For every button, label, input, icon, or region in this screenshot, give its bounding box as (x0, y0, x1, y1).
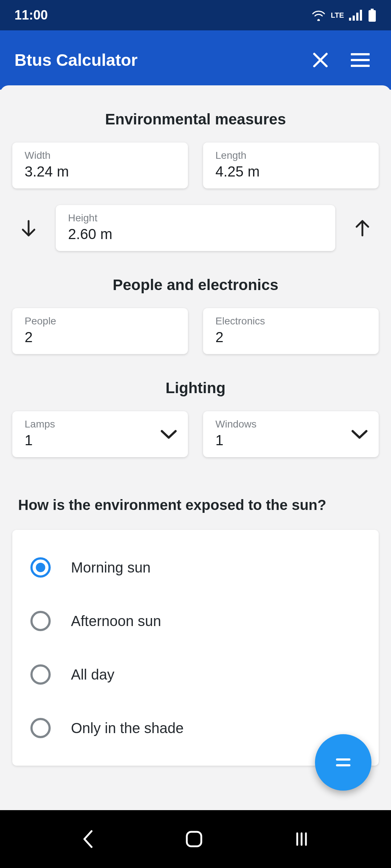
svg-rect-0 (349, 18, 351, 21)
width-field[interactable]: Width 3.24 m (12, 142, 188, 188)
height-field[interactable]: Height 2.60 m (56, 205, 335, 251)
arrow-up-icon (353, 219, 372, 238)
signal-icon (349, 10, 363, 21)
svg-rect-2 (356, 13, 358, 21)
increase-button[interactable] (346, 219, 379, 238)
hamburger-icon (351, 53, 370, 67)
sun-option-afternoon[interactable]: Afternoon sun (12, 594, 379, 648)
length-value: 4.25 m (215, 163, 366, 180)
sun-radio-group: Morning sun Afternoon sun All day Only i… (12, 530, 379, 766)
people-field[interactable]: People 2 (12, 308, 188, 354)
sun-question: How is the environment exposed to the su… (0, 497, 391, 513)
electronics-label: Electronics (215, 315, 366, 327)
wifi-icon (311, 9, 326, 21)
section-lighting-title: Lighting (0, 379, 391, 397)
chevron-down-icon (160, 429, 177, 440)
nav-recents-button[interactable] (293, 830, 310, 848)
section-env-title: Environmental measures (0, 111, 391, 128)
content: Environmental measures Width 3.24 m Leng… (0, 85, 391, 810)
status-time: 11:00 (14, 8, 48, 23)
radio-label: All day (71, 667, 114, 683)
home-icon (185, 830, 203, 848)
windows-value: 1 (215, 432, 366, 448)
chevron-down-icon (351, 429, 368, 440)
app-bar: Btus Calculator (0, 30, 391, 90)
back-icon (81, 829, 95, 849)
radio-button (30, 611, 51, 631)
length-field[interactable]: Length 4.25 m (203, 142, 379, 188)
section-people-title: People and electronics (0, 276, 391, 294)
close-icon (311, 51, 329, 69)
windows-select[interactable]: Windows 1 (203, 411, 379, 457)
radio-label: Only in the shade (71, 720, 184, 736)
sun-option-morning[interactable]: Morning sun (12, 541, 379, 594)
radio-label: Morning sun (71, 559, 151, 576)
height-value: 2.60 m (68, 226, 323, 242)
electronics-field[interactable]: Electronics 2 (203, 308, 379, 354)
svg-rect-1 (353, 16, 355, 21)
menu-button[interactable] (344, 44, 377, 76)
lamps-select[interactable]: Lamps 1 (12, 411, 188, 457)
radio-button (30, 664, 51, 685)
lamps-value: 1 (25, 432, 176, 448)
svg-rect-3 (360, 10, 362, 21)
nav-home-button[interactable] (185, 830, 203, 848)
status-bar: 11:00 LTE (0, 0, 391, 30)
people-label: People (25, 315, 176, 327)
recents-icon (293, 830, 310, 848)
electronics-value: 2 (215, 329, 366, 345)
status-right: LTE (311, 9, 377, 22)
svg-rect-6 (187, 832, 201, 846)
page-title: Btus Calculator (14, 50, 297, 70)
close-button[interactable] (304, 44, 337, 76)
windows-label: Windows (215, 418, 366, 430)
radio-button (30, 718, 51, 738)
width-value: 3.24 m (25, 163, 176, 180)
radio-label: Afternoon sun (71, 613, 161, 629)
height-label: Height (68, 212, 323, 224)
length-label: Length (215, 150, 366, 161)
width-label: Width (25, 150, 176, 161)
radio-button (30, 557, 51, 578)
svg-rect-4 (371, 9, 374, 10)
lamps-label: Lamps (25, 418, 176, 430)
arrow-down-icon (19, 219, 38, 238)
battery-icon (368, 9, 377, 22)
network-label: LTE (331, 11, 344, 20)
sun-option-allday[interactable]: All day (12, 648, 379, 701)
navigation-bar (0, 810, 391, 868)
decrease-button[interactable] (12, 219, 45, 238)
svg-rect-5 (369, 10, 376, 22)
nav-back-button[interactable] (81, 829, 95, 849)
people-value: 2 (25, 329, 176, 345)
equals-icon (334, 755, 352, 770)
calculate-fab[interactable] (315, 734, 371, 791)
